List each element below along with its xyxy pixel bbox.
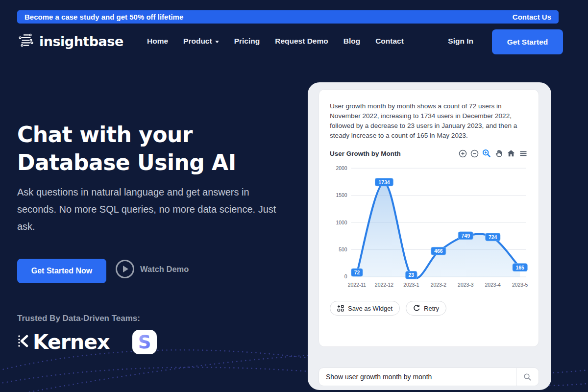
- svg-text:2023-4: 2023-4: [485, 282, 501, 288]
- svg-text:500: 500: [339, 247, 347, 252]
- sign-in-link[interactable]: Sign In: [448, 37, 473, 46]
- svg-text:23: 23: [409, 272, 415, 278]
- s-logo: S: [132, 330, 157, 354]
- svg-text:2022-12: 2022-12: [375, 282, 393, 288]
- chart-answer-card: User growth month by month shows a count…: [318, 89, 539, 347]
- chart-toolbar: [459, 149, 528, 158]
- svg-text:2000: 2000: [336, 166, 347, 171]
- trusted-by-label: Trusted By Data-Driven Teams:: [17, 314, 140, 323]
- retry-button[interactable]: Retry: [406, 301, 446, 316]
- watch-demo-label: Watch Demo: [140, 265, 189, 274]
- banner-contact-link[interactable]: Contact Us: [513, 13, 551, 21]
- promo-banner-text: Become a case study and get 50% off life…: [24, 13, 183, 21]
- retry-refresh-icon: [413, 305, 420, 312]
- play-icon: [116, 260, 134, 278]
- svg-text:1500: 1500: [336, 193, 347, 198]
- nav-item-contact[interactable]: Contact: [375, 37, 404, 46]
- chevron-down-icon: [215, 41, 219, 43]
- home-icon[interactable]: [507, 149, 515, 158]
- kernex-logo: Kernex: [17, 329, 110, 355]
- get-started-button[interactable]: Get Started: [492, 29, 563, 54]
- hero-subtitle: Ask questions in natural language and ge…: [17, 184, 291, 235]
- question-input-bar: [318, 368, 539, 386]
- submit-question-button[interactable]: [516, 368, 539, 386]
- chart-actions: Save as Widget Retry: [330, 301, 528, 316]
- watch-demo-button[interactable]: Watch Demo: [116, 260, 189, 278]
- kernex-logo-icon: [17, 329, 30, 355]
- svg-text:466: 466: [434, 248, 443, 254]
- nav-item-blog[interactable]: Blog: [343, 37, 360, 46]
- svg-text:724: 724: [489, 235, 497, 240]
- svg-text:72: 72: [354, 270, 360, 275]
- nav-item-pricing[interactable]: Pricing: [234, 37, 260, 46]
- nav-item-home[interactable]: Home: [147, 37, 168, 46]
- main-nav: Home Product Pricing Request Demo Blog C…: [147, 37, 404, 46]
- box-zoom-magnifier-icon[interactable]: [482, 149, 491, 158]
- nav-item-product[interactable]: Product: [183, 37, 219, 46]
- chart-title: User Growth by Month: [330, 150, 401, 157]
- customer-logos: Kernex S: [17, 329, 157, 355]
- pan-hand-icon[interactable]: [494, 149, 503, 158]
- assistant-panel: User growth month by month shows a count…: [308, 82, 551, 390]
- get-started-now-button[interactable]: Get Started Now: [17, 259, 106, 283]
- growth-chart[interactable]: 05001000150020002022-112022-122023-12023…: [330, 161, 529, 294]
- promo-banner[interactable]: Become a case study and get 50% off life…: [17, 10, 559, 24]
- svg-text:2023-2: 2023-2: [431, 282, 447, 288]
- kernex-logo-text: Kernex: [33, 330, 110, 354]
- svg-text:S: S: [138, 332, 151, 353]
- question-input[interactable]: [319, 368, 516, 386]
- save-as-widget-button[interactable]: Save as Widget: [330, 301, 400, 316]
- svg-text:749: 749: [462, 233, 470, 239]
- svg-text:0: 0: [344, 274, 347, 279]
- brand-name: insightbase: [39, 34, 123, 49]
- zoom-in-circle-icon[interactable]: [459, 149, 467, 158]
- search-icon: [523, 373, 532, 381]
- widget-grid-icon: [337, 305, 344, 312]
- svg-text:2022-11: 2022-11: [348, 282, 367, 288]
- svg-text:1734: 1734: [378, 180, 390, 185]
- svg-text:165: 165: [516, 265, 525, 270]
- svg-text:1000: 1000: [336, 220, 347, 225]
- zoom-out-circle-icon[interactable]: [470, 149, 479, 158]
- insightbase-logo-icon: [17, 31, 35, 51]
- nav-item-request-demo[interactable]: Request Demo: [275, 37, 328, 46]
- menu-icon[interactable]: [519, 149, 528, 158]
- svg-text:2023-1: 2023-1: [403, 282, 419, 288]
- brand-logo[interactable]: insightbase: [17, 31, 123, 51]
- page-title: Chat with your Database Using AI: [17, 121, 236, 176]
- svg-text:2023-5: 2023-5: [512, 282, 528, 288]
- svg-text:2023-3: 2023-3: [458, 282, 474, 288]
- answer-text: User growth month by month shows a count…: [330, 101, 528, 141]
